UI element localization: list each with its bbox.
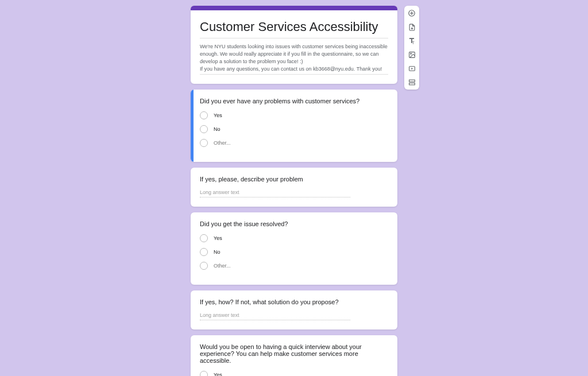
svg-text:T: T: [412, 41, 415, 45]
option-label: Yes: [214, 235, 222, 241]
option-label: No: [214, 249, 220, 255]
divider: [200, 38, 388, 38]
question-card-1[interactable]: Did you ever have any problems with cust…: [191, 90, 397, 162]
option-label: Yes: [214, 372, 222, 376]
question-card-4[interactable]: If yes, how? If not, what solution do yo…: [191, 290, 397, 330]
question-card-5[interactable]: Would you be open to having a quick inte…: [191, 335, 397, 376]
option-label: Other...: [214, 140, 231, 146]
option-label: Other...: [214, 263, 231, 269]
question-text[interactable]: Did you get the issue resolved?: [200, 220, 388, 227]
import-questions-icon[interactable]: [408, 23, 416, 31]
form-title[interactable]: Customer Services Accessibility: [200, 20, 388, 34]
question-text[interactable]: Did you ever have any problems with cust…: [200, 98, 388, 104]
option-yes[interactable]: Yes: [200, 234, 388, 242]
add-title-icon[interactable]: T: [408, 37, 416, 45]
svg-rect-10: [409, 83, 415, 84]
option-no[interactable]: No: [200, 125, 388, 133]
option-label: No: [214, 126, 220, 132]
radio-icon: [200, 371, 208, 376]
radio-icon: [200, 125, 208, 133]
option-other[interactable]: Other...: [200, 262, 388, 270]
svg-rect-9: [409, 80, 415, 82]
add-question-icon[interactable]: [408, 9, 416, 17]
radio-icon: [200, 111, 208, 119]
option-label: Yes: [214, 113, 222, 118]
radio-icon: [200, 248, 208, 256]
long-answer-input[interactable]: Long answer text: [200, 189, 350, 197]
option-other[interactable]: Other...: [200, 139, 388, 147]
question-text[interactable]: Would you be open to having a quick inte…: [200, 343, 388, 364]
add-image-icon[interactable]: [408, 51, 416, 59]
floating-toolbar: T: [404, 6, 419, 90]
radio-icon: [200, 262, 208, 270]
add-video-icon[interactable]: [408, 64, 416, 72]
form-canvas: Customer Services Accessibility We're NY…: [191, 6, 397, 353]
add-section-icon[interactable]: [408, 78, 416, 86]
form-description-line1: We're NYU students looking into issues w…: [200, 44, 388, 64]
active-indicator: [191, 90, 194, 162]
divider: [200, 74, 388, 75]
radio-icon: [200, 139, 208, 147]
option-no[interactable]: No: [200, 248, 388, 256]
option-yes[interactable]: Yes: [200, 371, 388, 376]
question-text[interactable]: If yes, how? If not, what solution do yo…: [200, 299, 388, 305]
long-answer-input[interactable]: Long answer text: [200, 312, 350, 320]
question-card-2[interactable]: If yes, please, describe your problem Lo…: [191, 168, 397, 207]
form-description[interactable]: We're NYU students looking into issues w…: [200, 43, 388, 73]
svg-point-6: [410, 53, 411, 54]
option-yes[interactable]: Yes: [200, 111, 388, 119]
svg-marker-8: [411, 67, 413, 69]
question-card-3[interactable]: Did you get the issue resolved? Yes No O…: [191, 212, 397, 285]
form-description-line2: If you have any questions, you can conta…: [200, 66, 382, 72]
radio-icon: [200, 234, 208, 242]
question-text[interactable]: If yes, please, describe your problem: [200, 176, 388, 183]
form-header-card[interactable]: Customer Services Accessibility We're NY…: [191, 6, 397, 84]
